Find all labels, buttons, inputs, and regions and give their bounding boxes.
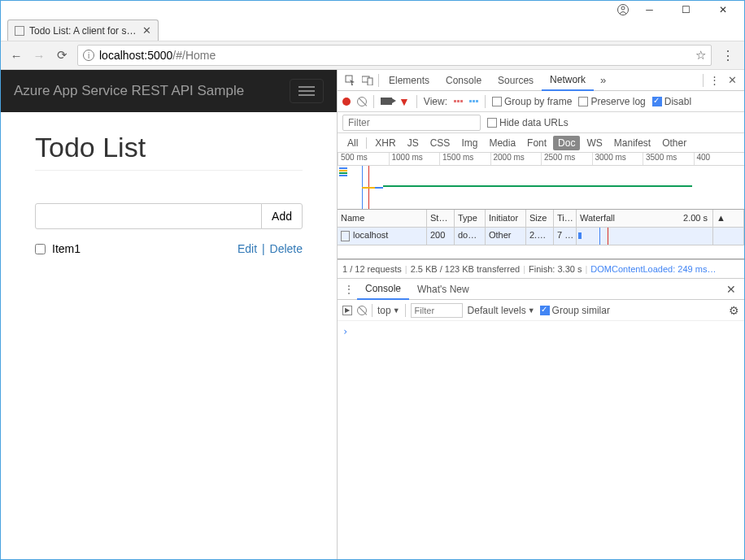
tab-network[interactable]: Network <box>542 70 594 91</box>
tab-console[interactable]: Console <box>438 70 490 91</box>
forward-button: → <box>28 45 50 66</box>
waterfall-view-icon[interactable] <box>469 100 478 102</box>
console-settings-icon[interactable]: ⚙ <box>729 304 739 317</box>
more-tabs-icon[interactable]: » <box>595 74 611 86</box>
timeline-ruler: 500 ms 1000 ms 1500 ms 2000 ms 2500 ms 3… <box>338 153 744 166</box>
col-status[interactable]: St… <box>427 210 455 227</box>
col-time[interactable]: Ti… <box>554 210 577 227</box>
reload-button[interactable]: ⟳ <box>51 45 72 66</box>
col-waterfall[interactable]: Waterfall2.00 s <box>577 210 713 227</box>
drawer-menu-icon[interactable]: ⋮ <box>341 281 357 297</box>
type-filter-row: All XHR JS CSS Img Media Font Doc WS Man… <box>338 133 744 153</box>
tab-title: Todo List: A client for sam <box>29 25 139 37</box>
tab-close-icon[interactable]: ✕ <box>142 24 151 37</box>
group-similar-checkbox[interactable]: Group similar <box>540 305 610 316</box>
filter-toggle-icon[interactable]: ▼ <box>399 95 410 108</box>
network-toolbar: ▼ View: Group by frame Preserve log Disa… <box>338 91 744 112</box>
filter-media[interactable]: Media <box>484 136 521 150</box>
filter-manifest[interactable]: Manifest <box>609 136 656 150</box>
record-icon[interactable] <box>342 98 351 106</box>
network-table: Name St… Type Initiator Size Ti… Waterfa… <box>338 210 744 259</box>
window-titlebar: ─ ☐ ✕ <box>1 1 744 19</box>
timeline-overview[interactable] <box>338 166 744 210</box>
devtools-close-icon[interactable]: ✕ <box>723 72 741 89</box>
col-sort-icon[interactable]: ▲ <box>713 210 744 227</box>
device-toggle-icon[interactable] <box>359 72 377 89</box>
console-filter-input[interactable] <box>411 303 463 318</box>
app-brand: Azure App Service REST API Sample <box>14 83 244 99</box>
minimize-button[interactable]: ─ <box>631 1 668 19</box>
view-label: View: <box>424 96 447 107</box>
table-header: Name St… Type Initiator Size Ti… Waterfa… <box>338 210 744 228</box>
delete-link[interactable]: Delete <box>270 242 303 255</box>
chrome-tab-strip: Todo List: A client for sam ✕ <box>1 19 744 41</box>
large-rows-icon[interactable] <box>454 100 463 102</box>
url-text: localhost:5000/#/Home <box>99 49 216 62</box>
back-button[interactable]: ← <box>6 45 27 66</box>
devtools-header: Elements Console Sources Network » ⋮ ✕ <box>338 70 744 91</box>
app-navbar: Azure App Service REST API Sample <box>1 70 337 112</box>
user-icon[interactable] <box>617 4 629 15</box>
browser-menu-icon[interactable]: ⋮ <box>717 48 739 63</box>
preserve-log-checkbox[interactable]: Preserve log <box>578 96 645 107</box>
context-selector[interactable]: top <box>377 305 400 316</box>
action-separator: | <box>262 242 265 255</box>
tab-sources[interactable]: Sources <box>490 70 542 91</box>
col-size[interactable]: Size <box>526 210 554 227</box>
bookmark-icon[interactable]: ☆ <box>695 48 706 63</box>
filter-css[interactable]: CSS <box>425 136 455 150</box>
filter-xhr[interactable]: XHR <box>370 136 400 150</box>
new-item-input[interactable] <box>35 203 262 229</box>
console-clear-icon[interactable] <box>357 306 367 315</box>
maximize-button[interactable]: ☐ <box>668 1 704 19</box>
col-initiator[interactable]: Initiator <box>486 210 526 227</box>
disable-cache-checkbox[interactable]: Disabl <box>652 96 691 107</box>
close-button[interactable]: ✕ <box>704 1 741 19</box>
page-title: Todo List <box>35 132 303 171</box>
table-row[interactable]: localhost 200 do… Other 2.… 7 … <box>338 228 744 245</box>
clear-icon[interactable] <box>357 97 367 106</box>
network-status-bar: 1 / 12 requests| 2.5 KB / 123 KB transfe… <box>338 259 744 279</box>
tab-elements[interactable]: Elements <box>381 70 438 91</box>
browser-toolbar: ← → ⟳ i localhost:5000/#/Home ☆ ⋮ <box>1 41 744 70</box>
filter-all[interactable]: All <box>342 136 363 150</box>
log-levels-selector[interactable]: Default levels <box>468 305 535 316</box>
hide-data-urls-checkbox[interactable]: Hide data URLs <box>487 117 569 128</box>
drawer-tab-console[interactable]: Console <box>357 279 409 300</box>
edit-link[interactable]: Edit <box>237 242 257 255</box>
inspect-icon[interactable] <box>341 72 359 89</box>
page-content: Azure App Service REST API Sample Todo L… <box>1 70 337 559</box>
filter-other[interactable]: Other <box>657 136 691 150</box>
add-item-row: Add <box>35 203 303 229</box>
drawer-close-icon[interactable]: ✕ <box>721 283 741 296</box>
col-name[interactable]: Name <box>338 210 427 227</box>
devtools-panel: Elements Console Sources Network » ⋮ ✕ ▼… <box>337 70 744 559</box>
filter-font[interactable]: Font <box>522 136 551 150</box>
filter-js[interactable]: JS <box>403 136 424 150</box>
add-button[interactable]: Add <box>261 203 303 229</box>
group-by-frame-checkbox[interactable]: Group by frame <box>492 96 572 107</box>
drawer-tab-whatsnew[interactable]: What's New <box>409 279 477 300</box>
site-info-icon[interactable]: i <box>83 50 94 61</box>
devtools-menu-icon[interactable]: ⋮ <box>705 72 723 89</box>
filter-img[interactable]: Img <box>456 136 482 150</box>
filter-row: Hide data URLs <box>338 112 744 133</box>
console-output[interactable]: › <box>338 321 744 559</box>
file-icon <box>341 231 350 241</box>
console-prompt-icon: › <box>342 326 348 337</box>
item-checkbox[interactable] <box>35 244 46 254</box>
filter-ws[interactable]: WS <box>582 136 607 150</box>
item-label: Item1 <box>52 242 81 255</box>
filter-doc[interactable]: Doc <box>553 136 580 150</box>
svg-point-0 <box>621 7 625 10</box>
address-bar[interactable]: i localhost:5000/#/Home ☆ <box>77 45 712 66</box>
drawer-tabstrip: ⋮ Console What's New ✕ <box>338 279 744 300</box>
screenshot-icon[interactable] <box>381 98 392 105</box>
browser-tab[interactable]: Todo List: A client for sam ✕ <box>7 20 159 41</box>
col-type[interactable]: Type <box>455 210 486 227</box>
todo-item-row: Item1 Edit | Delete <box>35 242 303 255</box>
network-filter-input[interactable] <box>342 115 481 131</box>
console-sidebar-icon[interactable]: ▶ <box>342 306 352 315</box>
navbar-toggle[interactable] <box>290 79 324 103</box>
svg-rect-3 <box>368 78 372 85</box>
